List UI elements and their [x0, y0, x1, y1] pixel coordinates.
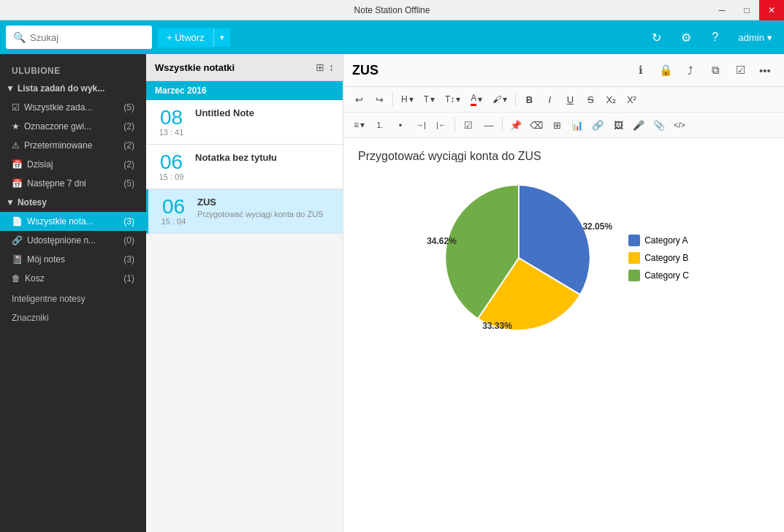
sidebar-item-label: Następne 7 dni	[27, 178, 86, 189]
sidebar-item-smart-notes[interactable]: Inteligentne notesy	[0, 288, 146, 307]
legend-color-b	[628, 252, 640, 264]
notes-icon: 📄	[12, 216, 23, 227]
text-dropdown[interactable]: T ▾	[419, 90, 439, 109]
lock-button[interactable]: 🔒	[655, 60, 676, 80]
sidebar-item-overdue[interactable]: ⚠ Przeterminowane (2)	[0, 136, 146, 155]
checkbox-button[interactable]: ☑	[459, 115, 478, 134]
tags-label: Znaczniki	[12, 313, 49, 323]
marker-button[interactable]: 📌	[506, 115, 525, 134]
search-input[interactable]	[30, 32, 140, 43]
chart-container: 32.05% 33.33% 34.62% Category A Category…	[358, 178, 769, 338]
sidebar-item-all-tasks[interactable]: ☑ Wszystkie zada... (5)	[0, 98, 146, 117]
indent-out-button[interactable]: |←	[432, 115, 451, 134]
separator	[392, 92, 393, 107]
admin-button[interactable]: admin ▾	[733, 29, 778, 46]
sidebar-item-starred[interactable]: ★ Oznaczone gwi... (2)	[0, 117, 146, 136]
create-dropdown-arrow[interactable]: ▾	[213, 28, 230, 47]
notes-group-header[interactable]: ▼ Notesy	[0, 193, 146, 212]
tasks-group-header[interactable]: ▼ Lista zadań do wyk...	[0, 79, 146, 98]
strikethrough-button[interactable]: S	[581, 90, 600, 109]
eraser-button[interactable]: ⌫	[527, 115, 546, 134]
more-button[interactable]: •••	[755, 60, 775, 80]
calendar-icon: 📅	[12, 178, 23, 189]
attach-button[interactable]: 📎	[650, 115, 669, 134]
task-button[interactable]: ☑	[730, 60, 750, 80]
create-button[interactable]: + Utwórz	[158, 28, 213, 48]
main-layout: Ulubione ▼ Lista zadań do wyk... ☑ Wszys…	[0, 54, 784, 532]
separator	[502, 118, 503, 132]
note-date: 08 13 : 41	[155, 107, 188, 137]
chart-button[interactable]: 📊	[568, 115, 587, 134]
sidebar-item-label: Oznaczone gwi...	[24, 121, 91, 132]
sidebar-item-my-notes[interactable]: 📓 Mój notes (3)	[0, 250, 146, 269]
code-button[interactable]: </>	[670, 115, 689, 134]
help-button[interactable]: ?	[704, 26, 727, 49]
link-button[interactable]: 🔗	[588, 115, 607, 134]
grid-view-button[interactable]: ⊞	[316, 61, 324, 73]
fontcolor-dropdown[interactable]: A ▾	[466, 90, 487, 109]
note-content: ZUS Przygotować wyciągi konta do ZUS	[197, 197, 334, 226]
toolbar-right: ↻ ⚙ ? admin ▾	[645, 26, 778, 49]
titlebar: Note Station Offline ─ □ ✕	[0, 0, 784, 20]
sidebar-item-all-notes[interactable]: 📄 Wszystkie nota... (3)	[0, 212, 146, 231]
note-day: 06	[157, 197, 190, 217]
redo-button[interactable]: ↪	[370, 90, 389, 109]
favorites-title: Ulubione	[0, 60, 146, 79]
sidebar-item-shared[interactable]: 🔗 Udostępnione n... (0)	[0, 231, 146, 250]
separator	[454, 118, 455, 132]
window-controls: ─ □ ✕	[709, 0, 784, 20]
audio-button[interactable]: 🎤	[629, 115, 648, 134]
hr-button[interactable]: —	[479, 115, 498, 134]
warning-icon: ⚠	[12, 140, 20, 151]
sidebar-item-label: Dzisiaj	[27, 159, 53, 170]
notes-panel-title: Wszystkie notatki	[155, 62, 316, 73]
unordered-list-button[interactable]: •	[391, 115, 410, 134]
sidebar-item-next7days[interactable]: 📅 Następne 7 dni (5)	[0, 174, 146, 193]
refresh-button[interactable]: ↻	[645, 26, 669, 49]
minimize-button[interactable]: ─	[709, 0, 734, 20]
all-notes-count: (3)	[123, 216, 134, 227]
search-box[interactable]: 🔍	[6, 26, 152, 49]
close-button[interactable]: ✕	[759, 0, 784, 20]
image-button[interactable]: 🖼	[609, 115, 628, 134]
top-toolbar: 🔍 + Utwórz ▾ ↻ ⚙ ? admin ▾	[0, 20, 784, 54]
sidebar-item-trash[interactable]: 🗑 Kosz (1)	[0, 269, 146, 288]
legend-color-c	[628, 270, 640, 281]
copy-button[interactable]: ⧉	[705, 60, 726, 80]
note-title: Notatka bez tytułu	[195, 152, 334, 163]
fontsize-dropdown[interactable]: T↕ ▾	[441, 90, 465, 109]
subscript-button[interactable]: X₂	[601, 90, 620, 109]
superscript-button[interactable]: X²	[622, 90, 641, 109]
maximize-button[interactable]: □	[734, 0, 759, 20]
legend-color-a	[628, 235, 640, 246]
note-day: 08	[155, 107, 188, 128]
sidebar-item-today[interactable]: 📅 Dzisiaj (2)	[0, 155, 146, 174]
trash-count: (1)	[123, 273, 134, 284]
bold-button[interactable]: B	[520, 90, 538, 109]
overdue-count: (2)	[123, 140, 134, 151]
ordered-list-button[interactable]: 1.	[370, 115, 389, 134]
note-day: 06	[155, 152, 188, 172]
underline-button[interactable]: U	[560, 90, 579, 109]
sidebar-item-tags[interactable]: Znaczniki	[0, 307, 146, 326]
align-dropdown[interactable]: ≡ ▾	[349, 115, 369, 134]
table-button[interactable]: ⊞	[547, 115, 566, 134]
share-button[interactable]: ⤴	[680, 60, 701, 80]
all-tasks-count: (5)	[123, 102, 134, 113]
sidebar-item-label: Udostępnione n...	[27, 235, 96, 246]
undo-button[interactable]: ↩	[349, 90, 368, 109]
note-item[interactable]: 08 13 : 41 Untitled Note	[146, 100, 343, 145]
settings-button[interactable]: ⚙	[674, 26, 698, 49]
highlight-dropdown[interactable]: 🖌 ▾	[488, 90, 511, 109]
editor-header-icons: ℹ 🔒 ⤴ ⧉ ☑ •••	[631, 60, 775, 80]
indent-in-button[interactable]: →|	[411, 115, 430, 134]
note-title: Untitled Note	[195, 107, 334, 118]
note-item[interactable]: 06 15 : 09 Notatka bez tytułu	[146, 145, 343, 189]
editor-heading: Przygotować wyciągi konta do ZUS	[358, 150, 769, 163]
sort-button[interactable]: ↕	[329, 61, 334, 73]
note-item[interactable]: 06 15 : 04 ZUS Przygotować wyciągi konta…	[146, 189, 343, 234]
heading-dropdown[interactable]: H ▾	[397, 90, 418, 109]
info-button[interactable]: ℹ	[631, 60, 651, 80]
italic-button[interactable]: I	[540, 90, 559, 109]
note-preview: Przygotować wyciągi konta do ZUS	[197, 210, 334, 218]
